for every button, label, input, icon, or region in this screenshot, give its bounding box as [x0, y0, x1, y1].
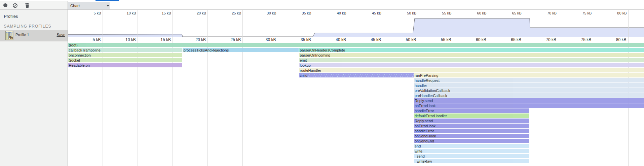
svg-text:%: %: [9, 35, 13, 40]
